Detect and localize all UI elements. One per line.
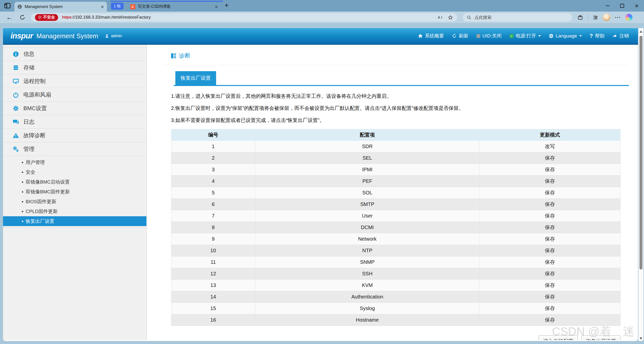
logout-icon (612, 33, 617, 38)
cell-config-item: DCMI (255, 222, 479, 233)
scroll-up-icon[interactable] (639, 30, 642, 33)
extensions-icon[interactable] (577, 15, 583, 20)
submenu-item-dual-bmc-firmware[interactable]: •双镜像BMC固件更新 (3, 187, 146, 197)
bullet-icon: • (22, 219, 23, 224)
cell-number: 9 (171, 233, 255, 245)
page-title: 诊断 (171, 52, 638, 60)
menu-refresh[interactable]: 刷新 (452, 33, 468, 39)
submenu-item-dual-bmc-boot[interactable]: •双镜像BMC启动设置 (3, 177, 146, 187)
table-row: 6 SMTP 保存 (171, 199, 621, 210)
tab-csdn[interactable]: C 写文章-CSDN博客 × (128, 2, 220, 12)
submenu-item-security[interactable]: •安全 (3, 167, 146, 177)
caret-down-icon (538, 35, 541, 37)
url-rest: ://192.168.3.33/main.html#/restoreFactor… (71, 15, 151, 20)
cell-update-mode: 保存 (479, 210, 621, 222)
sidebar-item-management[interactable]: 管理 (3, 142, 146, 156)
address-bar[interactable]: 不安全 https://192.168.3.33/main.html#/rest… (31, 13, 457, 22)
workspace-icon[interactable] (4, 2, 11, 9)
current-user[interactable]: admin (105, 34, 122, 38)
sidebar-item-power-fan[interactable]: 电源和风扇 (3, 88, 146, 102)
tab-title: 写文章-CSDN博客 (138, 4, 212, 9)
cell-number: 14 (171, 291, 255, 303)
read-aloud-icon[interactable]: A (437, 15, 443, 20)
copilot-icon[interactable] (625, 14, 632, 21)
submenu-item-cpld-firmware[interactable]: •CPLD固件更新 (3, 206, 146, 216)
new-tab-button[interactable]: + (225, 2, 229, 9)
management-submenu: •用户管理 •安全 •双镜像BMC启动设置 •双镜像BMC固件更新 •BIOS固… (3, 156, 146, 228)
settings-menu-icon[interactable]: ··· (615, 14, 621, 20)
page-scrollbar[interactable] (638, 28, 643, 341)
sidebar-item-storage[interactable]: 存储 (3, 61, 146, 74)
tab-management-system[interactable]: Management System × (14, 2, 107, 12)
management-gears-icon (13, 146, 19, 152)
inspur-logo: inspur (11, 31, 33, 40)
tab-close-icon[interactable]: × (101, 4, 104, 9)
table-row: 13 KVM 保存 (171, 280, 621, 291)
menu-help[interactable]: ? 帮助 (590, 33, 605, 39)
user-name: admin (111, 34, 122, 38)
page-viewport: inspur Management System admin 系统概要 刷新 U… (3, 28, 638, 341)
submenu-item-user-management[interactable]: •用户管理 (3, 157, 146, 167)
col-header-config-item: 配置项 (255, 129, 479, 141)
cell-update-mode: 保存 (479, 176, 621, 187)
header-menu: 系统概要 刷新 UID:关闭 ✓ 电源:打开 Language ? (418, 33, 629, 39)
table-row: 8 DCMI 保存 (171, 222, 621, 233)
cell-number: 7 (171, 210, 255, 222)
bullet-icon: • (22, 170, 23, 175)
scrollbar-thumb[interactable] (639, 36, 642, 270)
favorite-star-icon[interactable] (448, 15, 453, 20)
cell-update-mode: 保存 (479, 256, 621, 268)
table-row: 1 SDR 改写 (171, 141, 621, 152)
sidebar-item-bmc-settings[interactable]: BMC设置 (3, 102, 146, 115)
caret-down-icon (579, 35, 582, 37)
instruction-line: 3.如果不需要设置保留配置或者已设置完成，请点击“恢复出厂设置”。 (171, 117, 623, 124)
back-icon[interactable]: ← (6, 14, 13, 21)
col-header-number: 编号 (171, 129, 255, 141)
cell-number: 16 (171, 314, 255, 326)
close-icon: × (635, 3, 638, 9)
submenu-item-bios-firmware[interactable]: •BIOS固件更新 (3, 197, 146, 206)
cell-number: 3 (171, 164, 255, 176)
remote-control-icon (13, 78, 19, 84)
instructions: 1.请注意，进入恢复出厂设置后，其他的网页和服务将无法正常工作。该设备将在几分钟… (171, 93, 623, 124)
scroll-down-icon[interactable] (640, 337, 642, 339)
maximize-button[interactable] (615, 0, 629, 12)
minimize-button[interactable] (600, 0, 615, 12)
cell-number: 13 (171, 280, 255, 291)
refresh-icon[interactable] (19, 14, 25, 20)
cell-config-item: SDR (255, 141, 479, 152)
tab-restore-factory[interactable]: 恢复出厂设置 (175, 71, 216, 85)
cell-config-item: PEF (255, 176, 479, 187)
favorites-hub-icon[interactable] (592, 15, 598, 20)
menu-logout[interactable]: 注销 (612, 33, 629, 39)
col-header-update-mode: 更新模式 (479, 129, 621, 141)
close-button[interactable]: × (629, 0, 644, 12)
menu-system-overview[interactable]: 系统概要 (418, 33, 444, 39)
cell-update-mode: 保存 (479, 222, 621, 233)
tab-close-icon[interactable]: × (215, 4, 218, 9)
svg-text:A: A (438, 15, 440, 19)
menu-uid-status[interactable]: UID:关闭 (476, 33, 502, 39)
sidebar-item-remote-control[interactable]: 远程控制 (3, 74, 146, 88)
search-box[interactable]: 点此搜索 (463, 13, 572, 22)
sidebar-item-info[interactable]: 信息 (3, 47, 146, 61)
menu-language[interactable]: Language (549, 33, 582, 39)
security-badge[interactable]: 不安全 (35, 14, 58, 21)
menu-power-status[interactable]: ✓ 电源:打开 (509, 33, 541, 39)
tab-group-badge[interactable]: 1 组 (111, 3, 124, 10)
csdn-watermark: CSDN @着 迷 (552, 324, 634, 339)
site-header: inspur Management System admin 系统概要 刷新 U… (3, 28, 638, 45)
globe-favicon-icon (17, 4, 22, 9)
cell-config-item: Authentication (255, 291, 479, 303)
table-row: 9 Network 保存 (171, 233, 621, 245)
sidebar-item-logs[interactable]: 日志 (3, 115, 146, 129)
cell-update-mode: 保存 (479, 291, 621, 303)
submenu-item-restore-factory[interactable]: •恢复出厂设置 (3, 216, 146, 226)
help-icon: ? (590, 33, 593, 39)
power-status-icon: ✓ (509, 34, 514, 38)
home-icon (418, 33, 423, 38)
cell-update-mode: 保存 (479, 245, 621, 256)
sidebar-item-diagnosis[interactable]: 故障诊断 (3, 129, 146, 142)
cell-update-mode: 保存 (479, 152, 621, 164)
profile-avatar[interactable] (603, 14, 610, 21)
